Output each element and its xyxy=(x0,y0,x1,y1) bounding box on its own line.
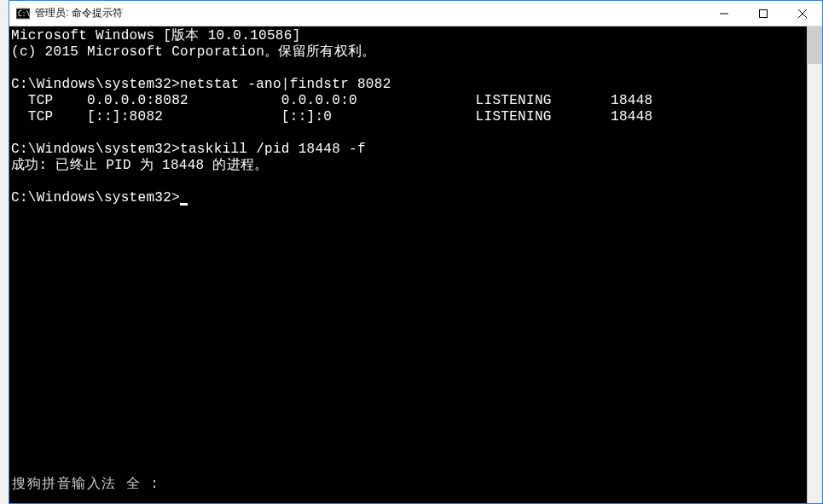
command-prompt-window: C:\ 管理员: 命令提示符 Microsoft Windows [版本 10.… xyxy=(9,0,823,504)
cmd-icon: C:\ xyxy=(16,7,30,20)
prompt-path: C:\Windows\system32> xyxy=(11,142,180,157)
cursor xyxy=(180,203,188,206)
window-controls xyxy=(704,1,822,26)
terminal-container: Microsoft Windows [版本 10.0.10586] (c) 20… xyxy=(9,26,822,503)
ime-status-bar: 搜狗拼音输入法 全 : xyxy=(9,472,163,495)
banner-line: (c) 2015 Microsoft Corporation。保留所有权利。 xyxy=(11,44,375,60)
titlebar[interactable]: C:\ 管理员: 命令提示符 xyxy=(9,1,822,26)
netstat-output-row: TCP [::]:8082 [::]:0 LISTENING 18448 xyxy=(11,109,653,125)
vertical-scrollbar[interactable] xyxy=(807,26,822,503)
command-input: netstat -ano|findstr 8082 xyxy=(180,77,391,92)
prompt-path: C:\Windows\system32> xyxy=(11,77,180,92)
scrollbar-thumb[interactable] xyxy=(808,26,822,64)
prompt-path: C:\Windows\system32> xyxy=(11,190,180,206)
taskkill-output: 成功: 已终止 PID 为 18448 的进程。 xyxy=(11,158,269,173)
svg-rect-3 xyxy=(760,9,768,17)
banner-line: Microsoft Windows [版本 10.0.10586] xyxy=(11,28,301,43)
terminal[interactable]: Microsoft Windows [版本 10.0.10586] (c) 20… xyxy=(9,26,807,503)
window-title: 管理员: 命令提示符 xyxy=(35,6,704,20)
scrollbar-arrow-down[interactable] xyxy=(808,489,822,503)
svg-text:C:\: C:\ xyxy=(18,10,30,18)
command-input: taskkill /pid 18448 -f xyxy=(180,142,366,157)
maximize-button[interactable] xyxy=(744,1,783,26)
minimize-button[interactable] xyxy=(704,1,744,26)
ime-status-text: 搜狗拼音输入法 全 : xyxy=(12,475,159,493)
netstat-output-row: TCP 0.0.0.0:8082 0.0.0.0:0 LISTENING 184… xyxy=(11,93,653,108)
close-button[interactable] xyxy=(783,1,822,26)
